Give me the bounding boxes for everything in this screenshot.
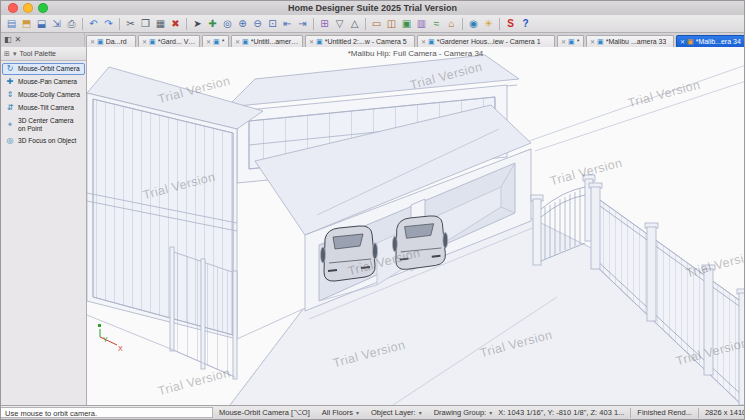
view-tab-7[interactable]: ✕▣*..r bbox=[557, 35, 584, 47]
chevron-down-icon: ▾ bbox=[489, 409, 492, 416]
dock-panel-icon[interactable]: ◧ bbox=[4, 36, 12, 44]
paste-icon[interactable]: ▦ bbox=[153, 17, 168, 31]
floors-selector[interactable]: All Floors▾ bbox=[316, 408, 365, 417]
terrain-tool-icon[interactable]: ≈ bbox=[429, 17, 444, 31]
tab-view-icon: ▣ bbox=[687, 38, 694, 45]
palette-item-3d-focus-on-object[interactable]: ◎3D Focus on Object bbox=[2, 135, 85, 147]
close-window-button[interactable] bbox=[8, 3, 18, 13]
next-view-icon[interactable]: ⇥ bbox=[295, 17, 310, 31]
status-hint: Use mouse to orbit camera. bbox=[1, 407, 213, 418]
tab-view-icon: ▣ bbox=[149, 38, 156, 45]
save-plan-icon[interactable]: ⬓ bbox=[34, 17, 49, 31]
new-plan-icon[interactable]: ▤ bbox=[4, 17, 19, 31]
view-tab-1[interactable]: ✕▣Da...rd bbox=[86, 35, 136, 47]
tab-close-icon[interactable]: ✕ bbox=[206, 38, 211, 45]
camera-view-icon[interactable]: ◉ bbox=[466, 17, 481, 31]
tabs-strip: ✕▣Da...rd✕▣*Gard... View✕▣*..r✕▣*Untitl.… bbox=[85, 35, 744, 47]
view-tab-2[interactable]: ✕▣*Gard... View bbox=[138, 35, 200, 47]
delete-icon[interactable]: ✖ bbox=[168, 17, 183, 31]
tab-view-icon: ▣ bbox=[242, 38, 249, 45]
zoom-icon[interactable]: ◎ bbox=[220, 17, 235, 31]
reference-grid-icon[interactable]: ⊞ bbox=[317, 17, 332, 31]
cabinet-tool-icon[interactable]: ▥ bbox=[414, 17, 429, 31]
tab-close-icon[interactable]: ✕ bbox=[590, 38, 595, 45]
palette-item-icon: ↻ bbox=[5, 65, 15, 73]
pan-icon[interactable]: ✚ bbox=[205, 17, 220, 31]
tab-close-icon[interactable]: ✕ bbox=[421, 38, 426, 45]
palette-item-mouse-orbit-camera[interactable]: ↻Mouse-Orbit Camera bbox=[2, 63, 85, 75]
palette-item-label: 3D Center Camera on Point bbox=[18, 117, 82, 132]
palette-item-label: Mouse-Orbit Camera bbox=[18, 65, 80, 73]
palette-item-label: Mouse-Dolly Camera bbox=[18, 91, 80, 99]
tool-palette-header: ⊞ ▾ Tool Palette bbox=[1, 47, 86, 61]
app-window: Home Designer Suite 2025 Trial Version ▤… bbox=[0, 0, 745, 420]
palette-item-mouse-tilt-camera[interactable]: ⇵Mouse-Tilt Camera bbox=[2, 102, 85, 114]
zoom-out-icon[interactable]: ⊖ bbox=[250, 17, 265, 31]
tabbar-dock-controls: ◧ ✕ bbox=[1, 33, 85, 47]
open-plan-icon[interactable]: ⬒ bbox=[19, 17, 34, 31]
palette-item-3d-center-camera-on-point[interactable]: ⌖3D Center Camera on Point bbox=[2, 115, 85, 134]
tab-close-icon[interactable]: ✕ bbox=[90, 38, 95, 45]
tab-view-icon: ▣ bbox=[428, 38, 435, 45]
view-tab-5[interactable]: ✕▣*Untitled 2:...w - Camera 5 bbox=[305, 35, 415, 47]
view-tab-8[interactable]: ✕▣*Malibu ...amera 33 bbox=[586, 35, 674, 47]
view-tab-6[interactable]: ✕▣*Gardener Hous...iew - Camera 1 bbox=[417, 35, 555, 47]
palette-menu-icon[interactable]: ▾ bbox=[13, 50, 17, 57]
tab-label: *Malib...era 34 bbox=[696, 38, 741, 45]
tab-close-icon[interactable]: ✕ bbox=[561, 38, 566, 45]
minimize-window-button[interactable] bbox=[23, 3, 33, 13]
render-view-icon[interactable]: ☀ bbox=[481, 17, 496, 31]
cut-icon[interactable]: ✂ bbox=[123, 17, 138, 31]
view-tab-9[interactable]: ✕▣*Malib...era 34 bbox=[676, 35, 744, 47]
view-tab-4[interactable]: ✕▣*Untitl...amera 4 bbox=[231, 35, 303, 47]
object-layer-selector[interactable]: Object Layer:▾ bbox=[365, 408, 428, 417]
help-icon[interactable]: ? bbox=[518, 17, 533, 31]
palette-item-icon: ✚ bbox=[5, 78, 15, 86]
copy-icon[interactable]: ❐ bbox=[138, 17, 153, 31]
tab-label: *..r bbox=[222, 38, 225, 45]
tab-close-icon[interactable]: ✕ bbox=[142, 38, 147, 45]
window-tool-icon[interactable]: ▣ bbox=[399, 17, 414, 31]
view-tab-3[interactable]: ✕▣*..r bbox=[202, 35, 229, 47]
chevron-down-icon: ▾ bbox=[356, 409, 359, 416]
previous-view-icon[interactable]: ⇤ bbox=[280, 17, 295, 31]
tool-palette: ⊞ ▾ Tool Palette ↻Mouse-Orbit Camera✚Mou… bbox=[1, 47, 87, 408]
toolbar-separator bbox=[365, 18, 366, 30]
export-icon[interactable]: ⇲ bbox=[49, 17, 64, 31]
tool-palette-title: Tool Palette bbox=[19, 50, 56, 57]
zoom-window-button[interactable] bbox=[38, 3, 48, 13]
tab-close-icon[interactable]: ✕ bbox=[235, 38, 240, 45]
fill-window-icon[interactable]: ⊡ bbox=[265, 17, 280, 31]
palette-item-mouse-dolly-camera[interactable]: ⇕Mouse-Dolly Camera bbox=[2, 89, 85, 101]
tab-close-icon[interactable]: ✕ bbox=[680, 38, 685, 45]
toolbar-separator bbox=[313, 18, 314, 30]
toolbar-separator bbox=[499, 18, 500, 30]
drawing-group-selector[interactable]: Drawing Group:▾ bbox=[428, 408, 499, 417]
tab-close-icon[interactable]: ✕ bbox=[309, 38, 314, 45]
wall-tool-icon[interactable]: ▭ bbox=[369, 17, 384, 31]
zoom-in-icon[interactable]: ⊕ bbox=[235, 17, 250, 31]
tab-view-icon: ▣ bbox=[316, 38, 323, 45]
close-panel-icon[interactable]: ✕ bbox=[15, 36, 22, 44]
toolbar-separator bbox=[462, 18, 463, 30]
view-tab-bar: ◧ ✕ ✕▣Da...rd✕▣*Gard... View✕▣*..r✕▣*Unt… bbox=[1, 33, 744, 48]
undo-icon[interactable]: ↶ bbox=[86, 17, 101, 31]
select-objects-icon[interactable]: ➤ bbox=[190, 17, 205, 31]
print-icon[interactable]: ⎙ bbox=[64, 17, 79, 31]
roof-tool-icon[interactable]: ⌂ bbox=[444, 17, 459, 31]
3d-view-canvas[interactable]: *Malibu Hip: Full Camera - Camera 34 bbox=[87, 47, 744, 408]
palette-pin-icon[interactable]: ⊞ bbox=[4, 50, 10, 57]
redo-icon[interactable]: ↷ bbox=[101, 17, 116, 31]
palette-item-mouse-pan-camera[interactable]: ✚Mouse-Pan Camera bbox=[2, 76, 85, 88]
status-bar: Use mouse to orbit camera. Mouse-Orbit C… bbox=[1, 405, 744, 419]
tab-label: *Gardener Hous...iew - Camera 1 bbox=[437, 38, 541, 45]
floor-up-icon[interactable]: △ bbox=[347, 17, 362, 31]
main-toolbar: ▤⬒⬓⇲⎙↶↷✂❐▦✖➤✚◎⊕⊖⊡⇤⇥⊞▽△▭◫▣▥≈⌂◉☀S? bbox=[1, 15, 744, 33]
tab-label: *Untitled 2:...w - Camera 5 bbox=[325, 38, 407, 45]
door-tool-icon[interactable]: ◫ bbox=[384, 17, 399, 31]
floor-down-icon[interactable]: ▽ bbox=[332, 17, 347, 31]
tab-label: Da...rd bbox=[106, 38, 127, 45]
tab-label: *Gard... View bbox=[158, 38, 196, 45]
tab-view-icon: ▣ bbox=[213, 38, 220, 45]
spell-check-icon[interactable]: S bbox=[503, 17, 518, 31]
